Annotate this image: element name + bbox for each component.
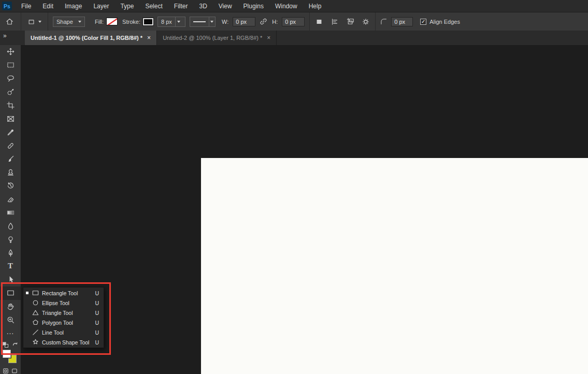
blur-tool[interactable] <box>0 219 21 233</box>
history-brush-icon <box>6 181 15 190</box>
flyout-custom-shape-tool[interactable]: Custom Shape Tool U <box>23 337 104 347</box>
crop-icon <box>6 101 15 110</box>
menu-layer[interactable]: Layer <box>88 0 114 12</box>
water-drop-icon <box>6 222 15 231</box>
flyout-triangle-tool[interactable]: Triangle Tool U <box>23 308 104 318</box>
menu-file[interactable]: File <box>16 0 37 12</box>
fill-color-swatch[interactable] <box>106 18 118 25</box>
shape-width-value: 0 px <box>236 19 247 25</box>
tool-preset-picker[interactable] <box>23 18 46 26</box>
path-arrangement-button[interactable] <box>343 15 357 28</box>
object-selection-tool[interactable] <box>0 85 21 99</box>
path-selection-tool[interactable] <box>0 273 21 286</box>
menu-select[interactable]: Select <box>139 0 168 12</box>
brush-tool[interactable] <box>0 152 21 166</box>
selection-brush-icon <box>6 88 15 96</box>
corner-radius-button[interactable] <box>378 15 389 28</box>
chevron-down-icon[interactable] <box>175 17 182 26</box>
flyout-ellipse-tool[interactable]: Ellipse Tool U <box>23 298 104 308</box>
flyout-polygon-tool[interactable]: Polygon Tool U <box>23 318 104 327</box>
frame-tool[interactable] <box>0 112 21 125</box>
link-dimensions-button[interactable] <box>256 15 270 28</box>
swap-colors-icon[interactable] <box>12 342 19 348</box>
home-button[interactable] <box>5 17 14 26</box>
move-tool[interactable] <box>0 45 21 59</box>
document-canvas[interactable] <box>201 158 588 374</box>
tool-mode-select[interactable]: Shape <box>53 17 85 27</box>
menu-filter[interactable]: Filter <box>168 0 194 12</box>
link-icon <box>259 17 268 26</box>
history-brush-tool[interactable] <box>0 179 21 193</box>
type-icon: T <box>8 262 13 270</box>
tools-panel: T … <box>0 45 21 374</box>
flyout-item-label: Ellipse Tool <box>42 300 91 306</box>
magnifier-icon <box>6 315 15 324</box>
move-icon <box>6 47 15 56</box>
stroke-width-combo[interactable]: 8 px <box>157 17 185 27</box>
gradient-icon <box>6 208 15 217</box>
options-bar: Shape Fill: Stroke: 8 px W: 0 px H: 0 px <box>0 12 588 31</box>
eyedropper-tool[interactable] <box>0 125 21 139</box>
crop-tool[interactable] <box>0 99 21 112</box>
default-colors-icon[interactable] <box>2 341 9 348</box>
menu-plugins[interactable]: Plugins <box>238 0 269 12</box>
healing-brush-tool[interactable] <box>0 139 21 152</box>
dodge-tool[interactable] <box>0 233 21 246</box>
flyout-item-shortcut: U <box>94 329 99 336</box>
check-icon: ✓ <box>421 19 425 24</box>
foreground-color-swatch[interactable] <box>3 350 11 358</box>
path-alignment-button[interactable] <box>328 15 341 28</box>
hand-icon <box>6 302 15 311</box>
screen-mode-icon[interactable] <box>11 368 18 374</box>
menu-edit[interactable]: Edit <box>37 0 59 12</box>
eraser-tool[interactable] <box>0 193 21 206</box>
collapse-panel-button[interactable]: » <box>0 31 25 45</box>
close-icon[interactable]: × <box>267 34 270 41</box>
menu-help[interactable]: Help <box>303 0 327 12</box>
shape-settings-button[interactable] <box>359 15 372 28</box>
close-icon[interactable]: × <box>147 34 151 41</box>
menu-3d[interactable]: 3D <box>193 0 212 12</box>
tab-untitled-2[interactable]: Untitled-2 @ 100% (Layer 1, RGB/8#) * × <box>157 31 277 45</box>
align-icon <box>331 18 339 26</box>
corner-radius-icon <box>380 18 388 25</box>
width-label: W: <box>222 19 228 25</box>
tab-untitled-1[interactable]: Untitled-1 @ 100% (Color Fill 1, RGB/8#)… <box>25 31 157 45</box>
home-icon <box>5 17 14 26</box>
flyout-item-shortcut: U <box>94 310 99 316</box>
shape-width-field[interactable]: 0 px <box>233 17 255 26</box>
lasso-tool[interactable] <box>0 72 21 85</box>
bandage-icon <box>6 141 15 150</box>
double-chevron-icon: » <box>3 32 7 39</box>
flyout-line-tool[interactable]: Line Tool U <box>23 327 104 337</box>
flyout-rectangle-tool[interactable]: Rectangle Tool U <box>23 288 104 298</box>
chevron-down-icon[interactable] <box>209 17 215 26</box>
align-edges-label: Align Edges <box>429 19 460 25</box>
clone-stamp-tool[interactable] <box>0 166 21 179</box>
rectangle-tool[interactable] <box>0 286 21 300</box>
rectangular-marquee-tool[interactable] <box>0 59 21 72</box>
stroke-color-swatch[interactable] <box>143 18 153 25</box>
menu-image[interactable]: Image <box>59 0 88 12</box>
marquee-icon <box>6 61 15 69</box>
divider <box>309 12 310 31</box>
hand-tool[interactable] <box>0 300 21 313</box>
stroke-style-combo[interactable] <box>190 17 216 27</box>
brush-icon <box>6 154 15 163</box>
gradient-tool[interactable] <box>0 206 21 220</box>
corner-radius-field[interactable]: 0 px <box>391 17 413 26</box>
edit-toolbar-button[interactable]: … <box>0 326 21 340</box>
menu-type[interactable]: Type <box>114 0 139 12</box>
zoom-tool[interactable] <box>0 313 21 327</box>
quick-mask-icon[interactable] <box>3 368 9 374</box>
shape-height-value: 0 px <box>285 19 296 25</box>
type-tool[interactable]: T <box>0 260 21 273</box>
flyout-item-shortcut: U <box>94 320 99 326</box>
menu-view[interactable]: View <box>213 0 238 12</box>
align-edges-checkbox[interactable]: ✓ <box>420 19 426 25</box>
shape-height-field[interactable]: 0 px <box>282 17 305 26</box>
path-operations-button[interactable] <box>312 15 326 28</box>
menu-window[interactable]: Window <box>269 0 303 12</box>
pen-tool[interactable] <box>0 246 21 260</box>
dodge-icon <box>6 235 15 244</box>
